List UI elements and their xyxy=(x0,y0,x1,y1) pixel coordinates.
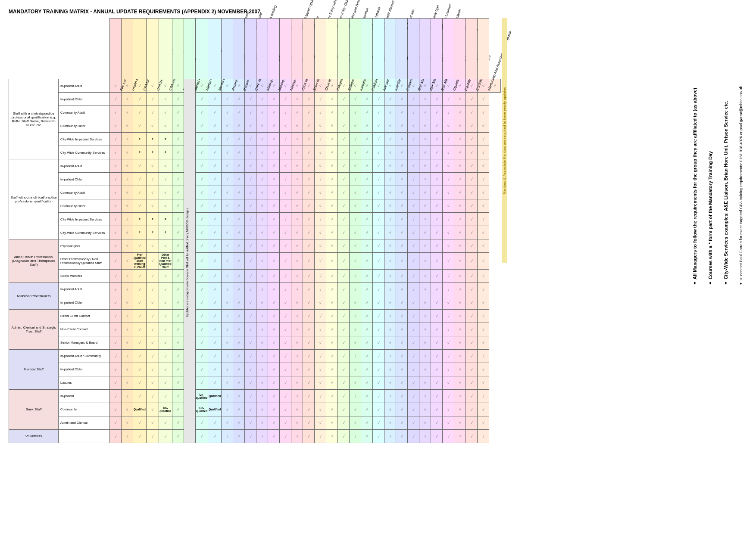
matrix-cell xyxy=(303,309,315,323)
matrix-cell xyxy=(133,106,147,119)
matrix-cell xyxy=(291,199,303,213)
matrix-cell xyxy=(443,309,454,323)
matrix-cell xyxy=(159,186,172,199)
matrix-cell xyxy=(466,213,478,226)
matrix-cell xyxy=(245,106,256,119)
matrix-cell xyxy=(110,146,122,159)
matrix-cell xyxy=(396,323,408,336)
matrix-cell xyxy=(384,146,396,159)
matrix-cell xyxy=(208,416,222,429)
matrix-cell xyxy=(361,416,373,429)
matrix-cell xyxy=(291,403,303,416)
matrix-cell xyxy=(303,173,315,186)
matrix-cell: Un-qualified xyxy=(159,403,172,416)
matrix-cell xyxy=(408,283,419,296)
matrix-cell xyxy=(454,416,466,429)
matrix-cell xyxy=(315,376,326,389)
matrix-cell xyxy=(159,323,172,336)
matrix-cell xyxy=(245,389,256,403)
matrix-cell xyxy=(172,146,184,159)
matrix-cell xyxy=(208,226,222,239)
matrix-cell xyxy=(454,119,466,133)
matrix-cell xyxy=(195,146,208,159)
matrix-cell xyxy=(373,253,384,270)
matrix-cell xyxy=(478,133,489,146)
matrix-cell xyxy=(280,389,291,403)
matrix-cell xyxy=(110,186,122,199)
matrix-cell xyxy=(384,159,396,173)
matrix-cell xyxy=(361,133,373,146)
matrix-cell xyxy=(338,159,350,173)
matrix-cell xyxy=(419,93,431,106)
matrix-cell xyxy=(291,106,303,119)
matrix-cell xyxy=(146,173,159,186)
matrix-cell xyxy=(384,389,396,403)
matrix-cell xyxy=(373,389,384,403)
matrix-cell xyxy=(408,239,419,253)
matrix-cell xyxy=(454,336,466,349)
matrix-cell xyxy=(454,283,466,296)
matrix-cell xyxy=(419,283,431,296)
matrix-cell xyxy=(110,269,122,283)
column-header: CPR- Half Day xyxy=(245,19,256,79)
matrix-cell xyxy=(280,269,291,283)
matrix-cell xyxy=(280,253,291,270)
matrix-cell xyxy=(443,269,454,283)
matrix-cell xyxy=(303,226,315,239)
matrix-cell xyxy=(122,239,133,253)
matrix-cell xyxy=(466,416,478,429)
matrix-cell xyxy=(233,186,245,199)
matrix-cell xyxy=(350,429,361,443)
matrix-cell xyxy=(222,133,233,146)
matrix-cell xyxy=(233,363,245,376)
matrix-cell xyxy=(159,159,172,173)
matrix-cell xyxy=(384,199,396,213)
matrix-cell xyxy=(268,239,280,253)
matrix-cell xyxy=(256,429,268,443)
role-label: Admin and Clerical xyxy=(59,416,110,429)
matrix-cell: # xyxy=(133,226,147,239)
matrix-cell xyxy=(245,119,256,133)
matrix-cell xyxy=(408,133,419,146)
matrix-cell xyxy=(466,173,478,186)
matrix-cell xyxy=(338,323,350,336)
matrix-cell xyxy=(172,226,184,239)
matrix-cell xyxy=(303,213,315,226)
matrix-cell xyxy=(133,173,147,186)
matrix-cell: # xyxy=(146,213,159,226)
matrix-cell xyxy=(245,416,256,429)
matrix-cell xyxy=(396,239,408,253)
matrix-cell xyxy=(256,296,268,309)
matrix-cell xyxy=(396,283,408,296)
matrix-cell xyxy=(195,253,208,270)
matrix-cell xyxy=(408,253,419,270)
column-header: Amigos Training (CPA) xyxy=(172,19,184,79)
matrix-cell xyxy=(466,199,478,213)
matrix-cell xyxy=(443,146,454,159)
matrix-cell xyxy=(280,173,291,186)
role-label: City-Wide In-patient Services xyxy=(59,213,110,226)
matrix-cell xyxy=(315,146,326,159)
matrix-cell xyxy=(195,93,208,106)
matrix-cell xyxy=(384,323,396,336)
matrix-cell xyxy=(146,269,159,283)
matrix-cell xyxy=(208,133,222,146)
matrix-cell xyxy=(361,106,373,119)
matrix-cell xyxy=(478,416,489,429)
matrix-cell xyxy=(431,199,443,213)
matrix-cell xyxy=(245,199,256,213)
matrix-cell xyxy=(133,323,147,336)
matrix-cell xyxy=(172,336,184,349)
matrix-cell xyxy=(396,296,408,309)
matrix-cell xyxy=(303,296,315,309)
matrix-cell xyxy=(280,323,291,336)
matrix-cell xyxy=(172,199,184,213)
matrix-cell xyxy=(396,269,408,283)
matrix-cell xyxy=(146,429,159,443)
matrix-cell xyxy=(291,239,303,253)
matrix-cell xyxy=(478,199,489,213)
matrix-cell xyxy=(280,429,291,443)
matrix-cell: Prof Qualified Staff working in CMHT xyxy=(133,253,147,270)
matrix-cell xyxy=(195,159,208,173)
matrix-cell xyxy=(373,296,384,309)
